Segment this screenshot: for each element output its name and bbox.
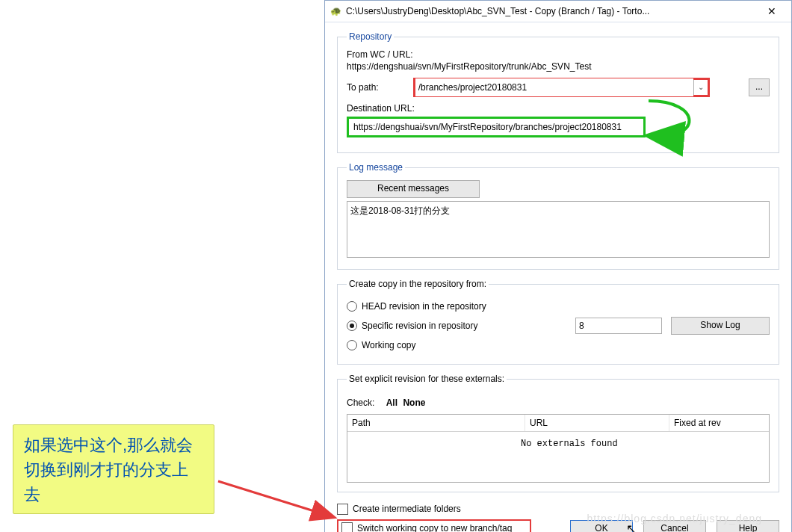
recent-messages-button[interactable]: Recent messages	[347, 180, 480, 198]
ok-button[interactable]: OK	[570, 520, 633, 532]
radio-icon	[347, 321, 357, 331]
show-log-button[interactable]: Show Log	[671, 317, 770, 335]
col-url[interactable]: URL	[525, 415, 669, 431]
radio-head[interactable]: HEAD revision in the repository	[347, 297, 770, 316]
to-path-label: To path:	[347, 82, 379, 93]
checkbox-icon	[337, 504, 348, 515]
from-wc-label: From WC / URL:	[347, 49, 770, 60]
titlebar: 🐢 C:\Users\JustryDeng\Desktop\Abc_SVN_Te…	[325, 1, 791, 22]
cancel-button[interactable]: Cancel	[643, 520, 706, 532]
radio-icon	[347, 301, 357, 312]
chevron-down-icon[interactable]: ⌄	[693, 80, 708, 95]
window-title: C:\Users\JustryDeng\Desktop\Abc_SVN_Test…	[346, 6, 757, 16]
log-group: Log message Recent messages 这是2018-08-31…	[337, 162, 779, 270]
switch-wc-checkbox[interactable]: Switch working copy to new branch/tag	[341, 522, 512, 532]
create-copy-legend: Create copy in the repository from:	[347, 279, 489, 289]
check-none-link[interactable]: None	[403, 398, 425, 408]
check-label: Check:	[347, 398, 374, 408]
check-all-link[interactable]: All	[386, 398, 397, 408]
dest-url-value: https://dengshuai/svn/MyFirstRepository/…	[347, 117, 646, 137]
annotation-note: 如果选中这个,那么就会切换到刚才打的分支上去	[13, 424, 214, 514]
externals-group: Set explicit revision for these external…	[337, 374, 779, 492]
from-wc-url: https://dengshuai/svn/MyFirstRepository/…	[347, 61, 770, 72]
branch-tag-dialog: 🐢 C:\Users\JustryDeng\Desktop\Abc_SVN_Te…	[324, 0, 792, 532]
radio-wc-label: Working copy	[362, 340, 415, 350]
annotation-text: 如果选中这个,那么就会切换到刚才打的分支上去	[24, 436, 193, 504]
create-intermediate-checkbox[interactable]: Create intermediate folders	[337, 501, 779, 516]
to-path-input[interactable]	[415, 78, 693, 96]
col-fixed[interactable]: Fixed at rev	[669, 415, 769, 431]
create-copy-group: Create copy in the repository from: HEAD…	[337, 279, 779, 365]
externals-legend: Set explicit revision for these external…	[347, 374, 507, 384]
to-path-combo[interactable]: ⌄	[413, 78, 710, 97]
repository-group: Repository From WC / URL: https://dengsh…	[337, 31, 779, 153]
externals-table: Path URL Fixed at rev No externals found	[347, 414, 770, 483]
browse-button[interactable]: ...	[749, 78, 770, 96]
log-legend: Log message	[347, 162, 405, 173]
radio-working-copy[interactable]: Working copy	[347, 335, 770, 355]
externals-empty: No externals found	[521, 439, 618, 449]
col-path[interactable]: Path	[347, 415, 525, 431]
radio-specific[interactable]: Specific revision in repository Show Log	[347, 316, 770, 335]
repository-legend: Repository	[347, 31, 394, 42]
close-icon[interactable]: ✕	[757, 5, 787, 17]
create-intermediate-label: Create intermediate folders	[353, 504, 461, 514]
switch-wc-label: Switch working copy to new branch/tag	[357, 523, 512, 533]
log-message-field[interactable]: 这是2018-08-31打的分支	[347, 201, 770, 258]
tortoise-icon: 🐢	[330, 5, 341, 17]
dialog-buttons: OK Cancel Help	[570, 520, 779, 532]
radio-head-label: HEAD revision in the repository	[362, 301, 486, 312]
dest-url-label: Destination URL:	[347, 103, 770, 114]
checkbox-icon	[341, 522, 353, 532]
switch-wc-highlight: Switch working copy to new branch/tag	[337, 519, 531, 532]
revision-input[interactable]	[575, 318, 662, 334]
radio-specific-label: Specific revision in repository	[362, 321, 477, 331]
help-button[interactable]: Help	[717, 520, 779, 532]
radio-icon	[347, 340, 357, 350]
svg-line-0	[218, 481, 333, 517]
